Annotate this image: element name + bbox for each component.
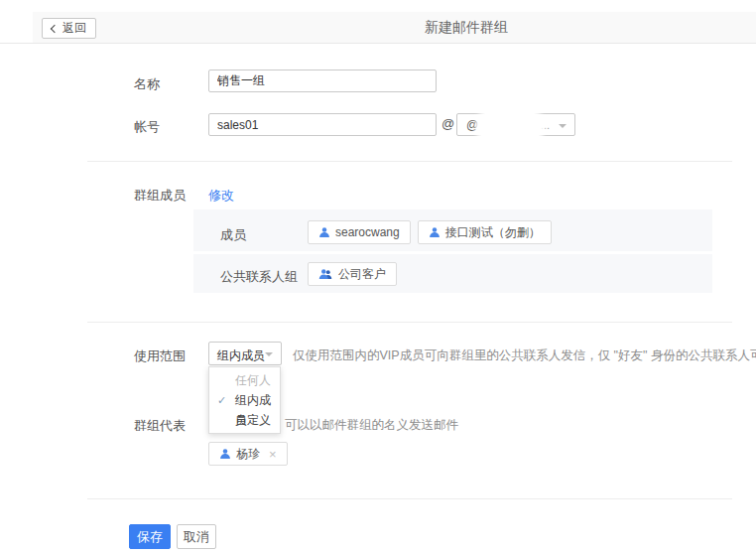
domain-select[interactable]: @ n... bbox=[456, 113, 575, 136]
domain-redaction-blur bbox=[479, 109, 541, 145]
create-mail-group-page: 返回 新建邮件群组 名称 帐号 @ @ n... 群组成员 修改 成员 sear… bbox=[0, 0, 756, 554]
member-chip-label: searocwang bbox=[335, 225, 400, 239]
contact-group-chip-label: 公司客户 bbox=[338, 266, 386, 283]
representative-chip: 杨珍 × bbox=[208, 442, 288, 466]
name-input[interactable] bbox=[208, 69, 437, 92]
save-button[interactable]: 保存 bbox=[129, 524, 171, 549]
members-tag-row: searocwang 接口测试（勿删） bbox=[308, 220, 552, 244]
contact-group-tag-row: 公司客户 bbox=[308, 262, 397, 286]
chevron-down-icon bbox=[559, 124, 567, 128]
people-icon bbox=[318, 268, 333, 280]
page-title: 新建邮件群组 bbox=[425, 19, 508, 37]
divider bbox=[87, 161, 732, 162]
person-icon bbox=[318, 226, 330, 238]
scope-option-label: 任何人 bbox=[235, 373, 271, 387]
account-input[interactable] bbox=[208, 113, 437, 136]
member-chip: 接口测试（勿删） bbox=[418, 220, 552, 244]
scope-label: 使用范围 bbox=[134, 347, 186, 365]
contact-group-chip: 公司客户 bbox=[308, 262, 397, 286]
person-icon bbox=[429, 226, 441, 238]
name-label: 名称 bbox=[134, 75, 160, 93]
scope-option-label: 自定义 bbox=[235, 413, 271, 427]
contact-group-row-label: 公共联系人组 bbox=[220, 268, 298, 286]
representative-tag-row: 杨珍 × bbox=[208, 442, 288, 466]
representative-label: 群组代表 bbox=[134, 417, 186, 435]
members-row-label: 成员 bbox=[220, 226, 246, 244]
chevron-left-icon bbox=[51, 24, 59, 32]
group-members-label: 群组成员 bbox=[134, 187, 186, 205]
representative-chip-label: 杨珍 bbox=[236, 446, 260, 463]
account-label: 帐号 bbox=[134, 118, 160, 136]
cancel-button[interactable]: 取消 bbox=[177, 524, 216, 549]
person-icon bbox=[219, 448, 231, 460]
divider bbox=[87, 498, 732, 499]
scope-option-custom[interactable]: 自定义 bbox=[209, 410, 280, 430]
modify-members-link[interactable]: 修改 bbox=[208, 187, 234, 205]
chevron-down-icon bbox=[265, 352, 273, 356]
divider bbox=[87, 322, 732, 323]
member-chip-label: 接口测试（勿删） bbox=[445, 224, 541, 241]
top-bar: 返回 新建邮件群组 bbox=[0, 12, 756, 44]
scope-select-value: 组内成员 bbox=[217, 347, 265, 364]
representative-hint: 可以以邮件群组的名义发送邮件 bbox=[285, 417, 458, 434]
domain-prefix: @ bbox=[466, 118, 478, 132]
at-symbol: @ bbox=[441, 116, 454, 131]
scope-option-group-members[interactable]: ✓ 组内成员 bbox=[209, 390, 280, 410]
scope-hint: 仅使用范围内的VIP成员可向群组里的公共联系人发信，仅 "好友" 身份的公共联系… bbox=[293, 347, 756, 364]
back-button[interactable]: 返回 bbox=[42, 18, 96, 39]
back-button-label: 返回 bbox=[63, 20, 86, 37]
top-bar-background bbox=[33, 12, 756, 43]
scope-select[interactable]: 组内成员 bbox=[208, 342, 282, 365]
check-icon: ✓ bbox=[217, 390, 226, 410]
member-chip: searocwang bbox=[308, 220, 411, 244]
remove-icon[interactable]: × bbox=[269, 447, 277, 462]
scope-dropdown: 任何人 ✓ 组内成员 自定义 bbox=[208, 366, 281, 434]
scope-option-anyone[interactable]: 任何人 bbox=[209, 370, 280, 390]
